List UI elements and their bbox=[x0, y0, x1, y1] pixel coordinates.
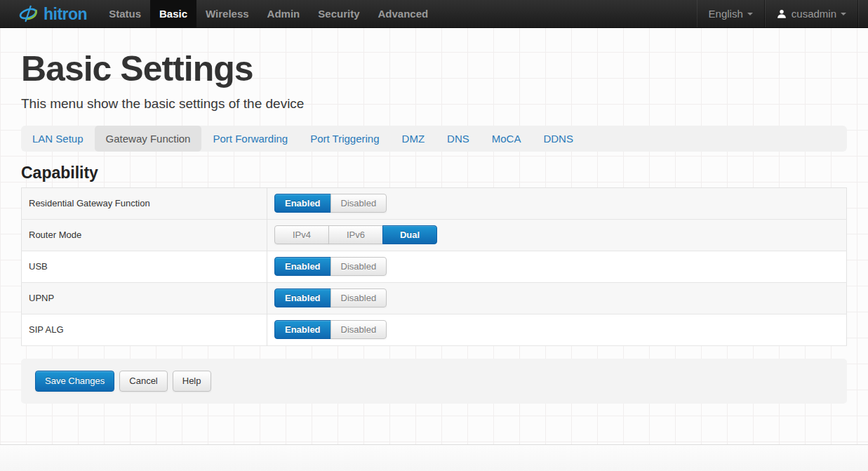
tab-dmz[interactable]: DMZ bbox=[391, 126, 436, 152]
nav-item-security[interactable]: Security bbox=[309, 0, 368, 27]
user-menu[interactable]: cusadmin bbox=[765, 0, 858, 27]
usb-enabled-button[interactable]: Enabled bbox=[274, 257, 331, 276]
tab-moca[interactable]: MoCA bbox=[481, 126, 533, 152]
page-title: Basic Settings bbox=[21, 51, 847, 88]
sip-alg-enabled-button[interactable]: Enabled bbox=[274, 320, 331, 339]
capability-table: Residential Gateway Function EnabledDisa… bbox=[21, 187, 847, 346]
tab-port-triggering[interactable]: Port Triggering bbox=[299, 126, 390, 152]
router-mode-ipv4-button[interactable]: IPv4 bbox=[274, 225, 329, 244]
form-actions: Save Changes Cancel Help bbox=[21, 359, 847, 404]
navbar-right: English cusadmin bbox=[697, 0, 868, 27]
upnp-disabled-button[interactable]: Disabled bbox=[330, 288, 387, 307]
toggle-group-sip-alg: EnabledDisabled bbox=[274, 320, 387, 339]
person-icon bbox=[777, 9, 787, 19]
hitron-orbit-logo-icon bbox=[18, 4, 39, 23]
upnp-enabled-button[interactable]: Enabled bbox=[274, 288, 331, 307]
setting-label-usb: USB bbox=[29, 261, 48, 272]
setting-label-upnp: UPNP bbox=[29, 293, 54, 303]
navbar-spacer bbox=[858, 0, 868, 27]
tab-ddns[interactable]: DDNS bbox=[532, 126, 585, 152]
save-changes-button[interactable]: Save Changes bbox=[35, 371, 114, 392]
language-label: English bbox=[709, 8, 743, 20]
router-mode-ipv6-button[interactable]: IPv6 bbox=[328, 225, 383, 244]
settings-tab-bar: LAN SetupGateway FunctionPort Forwarding… bbox=[21, 126, 847, 152]
setting-row-usb: USB EnabledDisabled bbox=[22, 251, 847, 282]
nav-item-admin[interactable]: Admin bbox=[258, 0, 309, 27]
nav-item-wireless[interactable]: Wireless bbox=[196, 0, 258, 27]
setting-label-router-mode: Router Mode bbox=[29, 230, 81, 240]
toggle-group-residential-gateway-function: EnabledDisabled bbox=[274, 194, 387, 213]
nav-item-basic[interactable]: Basic bbox=[150, 0, 196, 27]
chevron-down-icon bbox=[747, 13, 753, 15]
tab-port-forwarding[interactable]: Port Forwarding bbox=[201, 126, 299, 152]
router-mode-dual-button[interactable]: Dual bbox=[382, 225, 437, 244]
chevron-down-icon bbox=[841, 13, 846, 15]
page-content: Basic Settings This menu show the basic … bbox=[0, 51, 868, 404]
username-label: cusadmin bbox=[792, 8, 836, 20]
main-menu: StatusBasicWirelessAdminSecurityAdvanced bbox=[100, 0, 437, 27]
toggle-group-usb: EnabledDisabled bbox=[274, 257, 387, 276]
language-dropdown[interactable]: English bbox=[697, 0, 765, 27]
tab-lan-setup[interactable]: LAN Setup bbox=[21, 126, 95, 152]
brand-logo[interactable]: hitron bbox=[0, 0, 100, 27]
residential-gateway-function-disabled-button[interactable]: Disabled bbox=[330, 194, 387, 213]
residential-gateway-function-enabled-button[interactable]: Enabled bbox=[274, 194, 331, 213]
nav-item-advanced[interactable]: Advanced bbox=[368, 0, 437, 27]
setting-row-sip-alg: SIP ALG EnabledDisabled bbox=[22, 314, 847, 345]
usb-disabled-button[interactable]: Disabled bbox=[330, 257, 387, 276]
setting-label-sip-alg: SIP ALG bbox=[29, 324, 64, 335]
page-subtitle: This menu show the basic settings of the… bbox=[21, 96, 847, 112]
top-navbar: hitron StatusBasicWirelessAdminSecurityA… bbox=[0, 0, 868, 28]
setting-row-router-mode: Router Mode IPv4IPv6Dual bbox=[22, 219, 847, 251]
help-button[interactable]: Help bbox=[173, 371, 211, 392]
section-heading: Capability bbox=[21, 164, 847, 183]
setting-label-residential-gateway-function: Residential Gateway Function bbox=[29, 198, 150, 208]
page-footer bbox=[0, 444, 868, 471]
nav-item-status[interactable]: Status bbox=[100, 0, 150, 27]
sip-alg-disabled-button[interactable]: Disabled bbox=[330, 320, 387, 339]
toggle-group-router-mode: IPv4IPv6Dual bbox=[274, 225, 437, 244]
tab-gateway-function[interactable]: Gateway Function bbox=[95, 126, 202, 152]
setting-row-residential-gateway-function: Residential Gateway Function EnabledDisa… bbox=[22, 187, 847, 219]
tab-dns[interactable]: DNS bbox=[436, 126, 481, 152]
toggle-group-upnp: EnabledDisabled bbox=[274, 288, 387, 307]
cancel-button[interactable]: Cancel bbox=[119, 371, 167, 392]
brand-name: hitron bbox=[44, 0, 87, 28]
setting-row-upnp: UPNP EnabledDisabled bbox=[22, 282, 847, 314]
